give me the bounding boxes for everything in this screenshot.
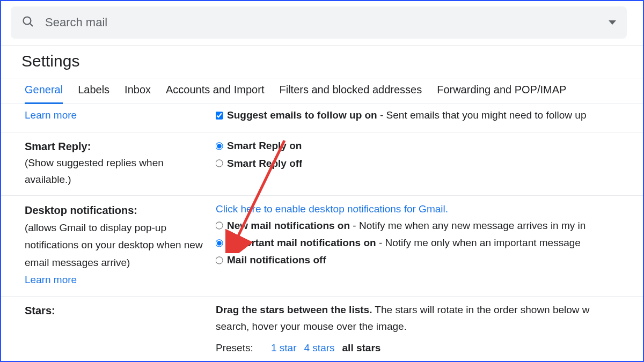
new-mail-notif-label: New mail notifications on - Notify me wh… — [227, 218, 586, 234]
presets-label: Presets: — [216, 342, 253, 353]
search-bar[interactable]: Search mail — [11, 6, 627, 39]
preset-4-stars-link[interactable]: 4 stars — [304, 340, 335, 356]
suggest-follow-up-checkbox[interactable] — [216, 112, 223, 119]
important-mail-notif-radio[interactable] — [216, 239, 223, 247]
suggest-follow-up-label: Suggest emails to follow up on - Sent em… — [227, 107, 586, 123]
mail-notif-off-label: Mail notifications off — [227, 252, 326, 268]
preset-all-stars-link[interactable]: all stars — [342, 340, 381, 356]
smart-reply-on-label: Smart Reply on — [227, 138, 302, 154]
search-icon — [21, 15, 34, 30]
tab-accounts[interactable]: Accounts and Import — [166, 78, 264, 104]
svg-point-0 — [24, 17, 31, 25]
nudges-learn-more-link[interactable]: Learn more — [25, 109, 77, 121]
stars-title: Stars: — [25, 302, 213, 319]
tab-labels[interactable]: Labels — [78, 78, 109, 104]
row-smart-reply: Smart Reply: (Show suggested replies whe… — [1, 132, 643, 196]
stars-instructions: Drag the stars between the lists. The st… — [216, 302, 643, 318]
enable-desktop-notifications-link[interactable]: Click here to enable desktop notificatio… — [216, 203, 448, 215]
new-mail-notif-radio[interactable] — [216, 222, 223, 230]
page-title: Settings — [1, 46, 643, 78]
preset-1-star-link[interactable]: 1 star — [271, 340, 297, 356]
mail-notif-off-radio[interactable] — [216, 256, 223, 264]
desktop-desc: (allows Gmail to display pop-up notifica… — [25, 219, 213, 271]
chevron-down-icon[interactable] — [609, 20, 616, 25]
smart-reply-title: Smart Reply: — [25, 138, 213, 155]
tab-filters[interactable]: Filters and blocked addresses — [279, 78, 422, 104]
desktop-title: Desktop notifications: — [25, 201, 213, 219]
important-mail-notif-label: Important mail notifications on - Notify… — [227, 235, 581, 251]
svg-line-1 — [30, 24, 33, 27]
tab-forwarding[interactable]: Forwarding and POP/IMAP — [437, 78, 566, 104]
smart-reply-on-radio[interactable] — [216, 142, 223, 150]
stars-instructions-line2: search, hover your mouse over the image. — [216, 319, 643, 335]
smart-reply-off-label: Smart Reply off — [227, 156, 302, 172]
stars-presets: Presets: 1 star 4 stars all stars — [216, 340, 643, 356]
search-placeholder: Search mail — [45, 16, 107, 29]
tab-general[interactable]: General — [25, 78, 63, 104]
row-nudges: Learn more Suggest emails to follow up o… — [1, 104, 643, 132]
smart-reply-off-radio[interactable] — [216, 160, 223, 167]
desktop-learn-more-link[interactable]: Learn more — [25, 274, 77, 285]
settings-content: Learn more Suggest emails to follow up o… — [1, 104, 643, 362]
settings-tabs: General Labels Inbox Accounts and Import… — [1, 78, 643, 104]
smart-reply-desc: (Show suggested replies when available.) — [25, 157, 164, 184]
row-desktop-notifications: Desktop notifications: (allows Gmail to … — [1, 196, 643, 297]
row-stars: Stars: Drag the stars between the lists.… — [1, 297, 643, 362]
tab-inbox[interactable]: Inbox — [125, 78, 151, 104]
